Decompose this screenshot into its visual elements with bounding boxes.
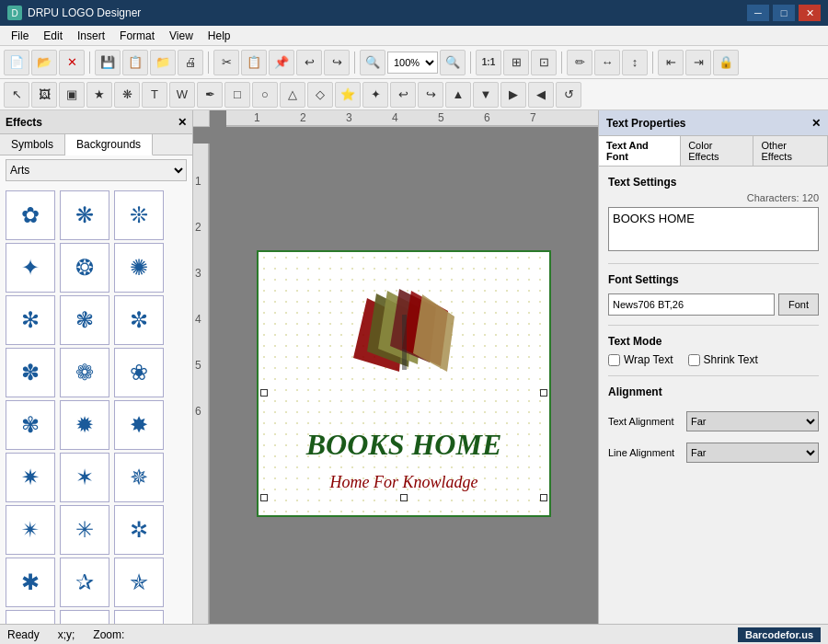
text-button[interactable]: T xyxy=(142,82,167,108)
list-item[interactable]: ✲ xyxy=(114,505,164,555)
font-button[interactable]: Font xyxy=(778,293,819,316)
list-item[interactable]: ✮ xyxy=(6,610,55,624)
arrow-up-button[interactable]: ▲ xyxy=(445,82,471,108)
align-right-button[interactable]: ⇥ xyxy=(685,50,711,75)
list-item[interactable]: ❀ xyxy=(114,348,164,397)
category-select[interactable]: ArtsNatureAnimalsSports xyxy=(6,159,187,181)
new-button[interactable]: 📄 xyxy=(4,50,29,75)
print-button[interactable]: 🖨 xyxy=(178,50,203,75)
minimize-button[interactable]: ─ xyxy=(747,5,769,21)
list-item[interactable]: ✻ xyxy=(6,295,55,345)
handle-ml[interactable] xyxy=(260,389,268,397)
menu-file[interactable]: File xyxy=(4,28,36,44)
save-as-button[interactable]: 📋 xyxy=(122,50,148,75)
text-alignment-select[interactable]: FarNearCenter xyxy=(686,411,819,431)
align-left-button[interactable]: ⇤ xyxy=(658,50,684,75)
star6-button[interactable]: ✦ xyxy=(362,82,388,108)
list-item[interactable]: ✹ xyxy=(60,400,109,450)
zoom-in-button[interactable]: 🔍 xyxy=(360,50,385,75)
effects2-button[interactable]: ★ xyxy=(86,82,112,108)
list-item[interactable]: ✺ xyxy=(114,243,164,293)
canvas-scroll[interactable]: BOOKS HOME Home For Knowladge xyxy=(210,144,598,624)
arrow-down-button[interactable]: ▼ xyxy=(473,82,499,108)
menu-view[interactable]: View xyxy=(162,28,201,44)
lock-button[interactable]: 🔒 xyxy=(713,50,739,75)
maximize-button[interactable]: □ xyxy=(773,5,795,21)
list-item[interactable]: ✶ xyxy=(60,453,109,502)
shrink-text-checkbox[interactable] xyxy=(688,354,700,366)
list-item[interactable]: ✿ xyxy=(6,190,55,240)
list-item[interactable]: ✳ xyxy=(60,505,109,555)
handle-bm[interactable] xyxy=(400,494,408,501)
undo2-button[interactable]: ↩ xyxy=(390,82,416,108)
close-button[interactable]: ✕ xyxy=(799,5,821,21)
menu-help[interactable]: Help xyxy=(201,28,238,44)
list-item[interactable]: ✴ xyxy=(6,505,55,555)
cut-button[interactable]: ✂ xyxy=(213,50,239,75)
effects-close-icon[interactable]: ✕ xyxy=(178,116,187,129)
curve-button[interactable]: ↺ xyxy=(556,82,581,108)
text-input[interactable]: BOOKS HOME xyxy=(608,207,819,251)
list-item[interactable]: ✰ xyxy=(60,558,109,607)
menu-insert[interactable]: Insert xyxy=(70,28,112,44)
list-item[interactable]: ✦ xyxy=(6,243,55,293)
undo-button[interactable]: ↩ xyxy=(296,50,322,75)
wordart-button[interactable]: W xyxy=(169,82,195,108)
open2-button[interactable]: 📁 xyxy=(150,50,176,75)
arrow-left-button[interactable]: ◀ xyxy=(528,82,554,108)
list-item[interactable]: ✸ xyxy=(114,400,164,450)
zoom-out-button[interactable]: 🔍 xyxy=(440,50,466,75)
open-button[interactable]: 📂 xyxy=(31,50,57,75)
text-properties-close-icon[interactable]: ✕ xyxy=(811,117,821,130)
list-item[interactable]: ❋ xyxy=(60,190,109,240)
list-item[interactable]: ✾ xyxy=(6,400,55,450)
tab-text-and-font[interactable]: Text And Font xyxy=(599,136,681,166)
star5-button[interactable]: ⭐ xyxy=(335,82,361,108)
redo2-button[interactable]: ↪ xyxy=(418,82,443,108)
handle-bl[interactable] xyxy=(260,494,268,501)
arrow-right-button[interactable]: ▶ xyxy=(500,82,526,108)
list-item[interactable]: ✯ xyxy=(114,558,164,607)
list-item[interactable]: ✷ xyxy=(6,453,55,502)
tab-symbols[interactable]: Symbols xyxy=(0,134,65,155)
line-alignment-select[interactable]: FarNearCenter xyxy=(686,443,819,463)
save-button[interactable]: 💾 xyxy=(95,50,121,75)
list-item[interactable]: ✼ xyxy=(114,295,164,345)
list-item[interactable]: ✭ xyxy=(60,610,109,624)
copy-button[interactable]: 📋 xyxy=(241,50,267,75)
fit-button[interactable]: ⊞ xyxy=(503,50,529,75)
handle-br[interactable] xyxy=(540,494,547,501)
list-item[interactable]: ✵ xyxy=(114,453,164,502)
clipart-button[interactable]: ❋ xyxy=(114,82,140,108)
pen-button[interactable]: ✒ xyxy=(197,82,223,108)
flip-h-button[interactable]: ↔ xyxy=(594,50,620,75)
font-input[interactable] xyxy=(608,293,775,316)
list-item[interactable]: ❊ xyxy=(114,190,164,240)
menu-format[interactable]: Format xyxy=(112,28,162,44)
flip-v-button[interactable]: ↕ xyxy=(622,50,648,75)
handle-mr[interactable] xyxy=(540,389,547,397)
image-button[interactable]: 🖼 xyxy=(31,82,57,108)
paste-button[interactable]: 📌 xyxy=(269,50,294,75)
wrap-text-checkbox[interactable] xyxy=(608,354,620,366)
list-item[interactable]: ✽ xyxy=(6,348,55,397)
list-item[interactable]: ❂ xyxy=(60,243,109,293)
select-button[interactable]: ↖ xyxy=(4,82,29,108)
list-item[interactable]: ✱ xyxy=(6,558,55,607)
menu-edit[interactable]: Edit xyxy=(36,28,70,44)
actual-size-button[interactable]: 1:1 xyxy=(476,50,501,75)
tab-other-effects[interactable]: Other Effects xyxy=(753,136,828,166)
list-item[interactable]: ✬ xyxy=(114,610,164,624)
list-item[interactable]: ❁ xyxy=(60,348,109,397)
layers-button[interactable]: ▣ xyxy=(59,82,85,108)
close-doc-button[interactable]: ✕ xyxy=(59,50,85,75)
triangle-button[interactable]: △ xyxy=(280,82,305,108)
tab-color-effects[interactable]: Color Effects xyxy=(681,136,753,166)
grid-button[interactable]: ⊡ xyxy=(531,50,557,75)
rectangle-button[interactable]: □ xyxy=(224,82,250,108)
diamond-button[interactable]: ◇ xyxy=(307,82,333,108)
redo-button[interactable]: ↪ xyxy=(324,50,350,75)
list-item[interactable]: ❃ xyxy=(60,295,109,345)
edit-text-button[interactable]: ✏ xyxy=(567,50,592,75)
zoom-select[interactable]: 100%50%75%125%150% xyxy=(387,52,438,74)
